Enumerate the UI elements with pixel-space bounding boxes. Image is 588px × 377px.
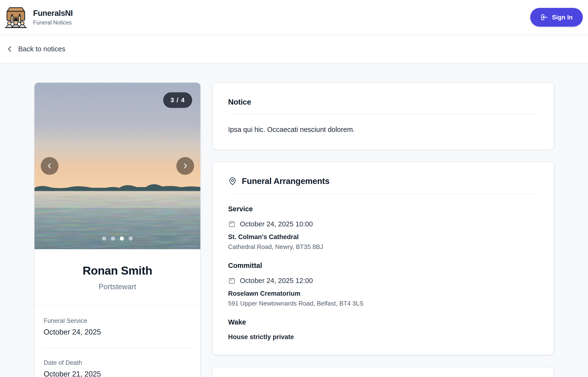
brand-title: FuneralsNI xyxy=(33,9,73,18)
carousel-dot-1[interactable] xyxy=(102,236,106,241)
detail-label: Date of Death xyxy=(44,359,191,366)
notice-card: Notice Ipsa qui hic. Occaecati nesciunt … xyxy=(212,82,554,150)
carousel-counter-badge: 3 / 4 xyxy=(163,92,192,108)
back-to-notices-label: Back to notices xyxy=(18,45,65,53)
carousel-prev-button[interactable] xyxy=(41,157,58,175)
detail-value: October 24, 2025 xyxy=(44,328,191,336)
notice-body: Ipsa qui hic. Occaecati nesciunt dolorem… xyxy=(228,126,539,134)
committal-address: 591 Upper Newtownards Road, Belfast, BT4… xyxy=(228,300,539,307)
right-column: Notice Ipsa qui hic. Occaecati nesciunt … xyxy=(212,82,554,377)
notice-title: Notice xyxy=(228,98,539,106)
committal-date-row: October 24, 2025 12:00 xyxy=(228,277,539,285)
divider xyxy=(228,194,539,194)
log-in-icon xyxy=(540,13,548,21)
left-column: 3 / 4 Ronan Smith Portstewart xyxy=(34,82,201,377)
service-datetime: October 24, 2025 10:00 xyxy=(240,220,313,228)
detail-value: October 21, 2025 xyxy=(44,370,191,377)
deceased-details: Funeral Service October 24, 2025 Date of… xyxy=(34,306,200,377)
wake-note: House strictly private xyxy=(228,333,539,341)
carousel-dot-4[interactable] xyxy=(129,236,133,241)
calendar-icon xyxy=(228,220,236,228)
deceased-location: Portstewart xyxy=(42,283,193,291)
brand-tagline: Funeral Notices xyxy=(33,19,73,26)
divider xyxy=(228,114,539,115)
photo-carousel: 3 / 4 xyxy=(34,83,200,249)
chevron-left-icon xyxy=(6,45,14,53)
committal-datetime: October 24, 2025 12:00 xyxy=(240,277,313,285)
detail-row: Funeral Service October 24, 2025 xyxy=(44,317,191,336)
divider xyxy=(44,348,191,348)
map-pin-icon xyxy=(228,177,237,186)
funeral-logo-icon xyxy=(4,5,28,29)
section-heading-wake: Wake xyxy=(228,318,539,326)
chevron-right-icon xyxy=(182,162,189,170)
back-bar: Back to notices xyxy=(0,35,588,63)
sign-in-button[interactable]: Sign In xyxy=(530,8,583,27)
main-content: 3 / 4 Ronan Smith Portstewart xyxy=(0,63,588,377)
back-to-notices-link[interactable]: Back to notices xyxy=(6,45,65,53)
section-heading-committal: Committal xyxy=(228,262,539,270)
brand-text: FuneralsNI Funeral Notices xyxy=(33,9,73,26)
app-header: FuneralsNI Funeral Notices Sign In xyxy=(0,0,588,35)
carousel-dots xyxy=(34,236,200,241)
service-date-row: October 24, 2025 10:00 xyxy=(228,220,539,228)
carousel-dot-3[interactable] xyxy=(120,236,124,241)
section-heading-service: Service xyxy=(228,205,539,213)
funeral-arrangements-card: Funeral Arrangements Service October 24,… xyxy=(212,161,554,355)
service-address: Cathedral Road, Newry, BT35 8BJ xyxy=(228,243,539,251)
deceased-name-block: Ronan Smith Portstewart xyxy=(34,249,200,306)
carousel-dot-2[interactable] xyxy=(111,236,115,241)
arrangements-title-row: Funeral Arrangements xyxy=(228,176,539,186)
calendar-icon xyxy=(228,277,236,284)
service-venue: St. Colman's Cathedral xyxy=(228,233,539,241)
chevron-left-icon xyxy=(46,162,53,170)
carousel-next-button[interactable] xyxy=(176,157,194,175)
deceased-card: 3 / 4 Ronan Smith Portstewart xyxy=(34,82,201,377)
brand: FuneralsNI Funeral Notices xyxy=(4,5,73,29)
arrangements-title: Funeral Arrangements xyxy=(242,176,329,186)
next-card-partial xyxy=(212,367,554,377)
sign-in-label: Sign In xyxy=(552,14,573,21)
committal-venue: Roselawn Crematorium xyxy=(228,290,539,297)
detail-label: Funeral Service xyxy=(44,317,191,324)
detail-row: Date of Death October 21, 2025 xyxy=(44,359,191,377)
deceased-name: Ronan Smith xyxy=(42,264,193,277)
